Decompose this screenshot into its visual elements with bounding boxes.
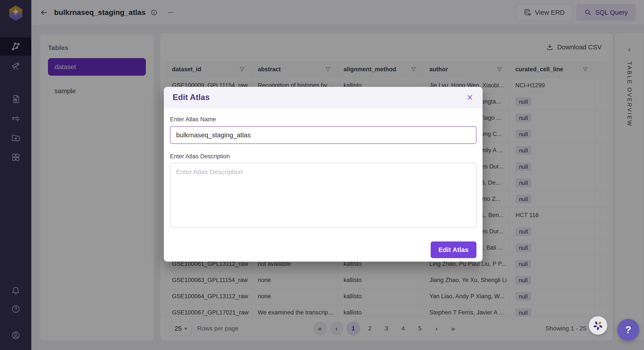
atlas-name-input[interactable] (170, 126, 476, 144)
modal-body: Enter Atlas Name Enter Atlas Description… (164, 108, 482, 258)
atlas-description-input[interactable] (170, 163, 476, 228)
pinwheel-logo-icon (592, 319, 604, 332)
atlas-description-label: Enter Atlas Description (170, 153, 476, 160)
help-fab-button[interactable]: ? (617, 319, 639, 341)
modal-header: Edit Atlas (164, 87, 482, 108)
close-icon (466, 93, 474, 101)
modal-title: Edit Atlas (172, 93, 210, 102)
edit-atlas-submit-button[interactable]: Edit Atlas (431, 241, 476, 258)
close-button[interactable] (466, 93, 474, 101)
edit-atlas-modal: Edit Atlas Enter Atlas Name Enter Atlas … (164, 87, 482, 262)
brand-badge[interactable] (589, 316, 607, 335)
modal-footer: Edit Atlas (170, 241, 476, 258)
atlas-name-label: Enter Atlas Name (170, 116, 476, 123)
